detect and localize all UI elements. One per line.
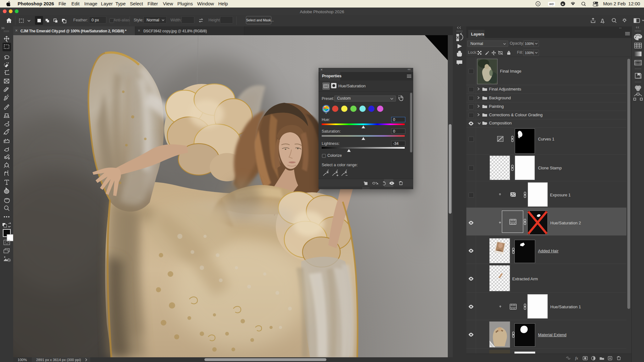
svg-text:WD: WD (549, 3, 554, 6)
svg-text:fx: fx (575, 356, 578, 360)
svg-text:u: u (537, 2, 539, 5)
